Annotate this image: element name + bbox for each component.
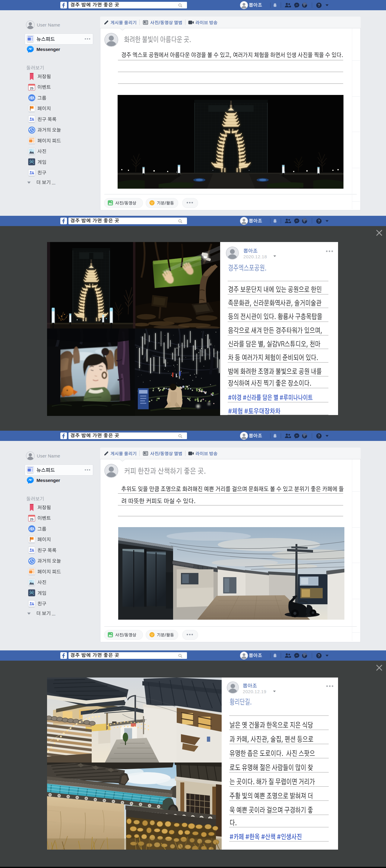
svg-text:?: ? bbox=[318, 434, 320, 438]
svg-text:?: ? bbox=[318, 219, 320, 223]
svg-text:25: 25 bbox=[30, 86, 33, 90]
svg-text:25: 25 bbox=[30, 517, 33, 521]
svg-text:?: ? bbox=[318, 654, 320, 658]
svg-text:?: ? bbox=[318, 3, 320, 7]
